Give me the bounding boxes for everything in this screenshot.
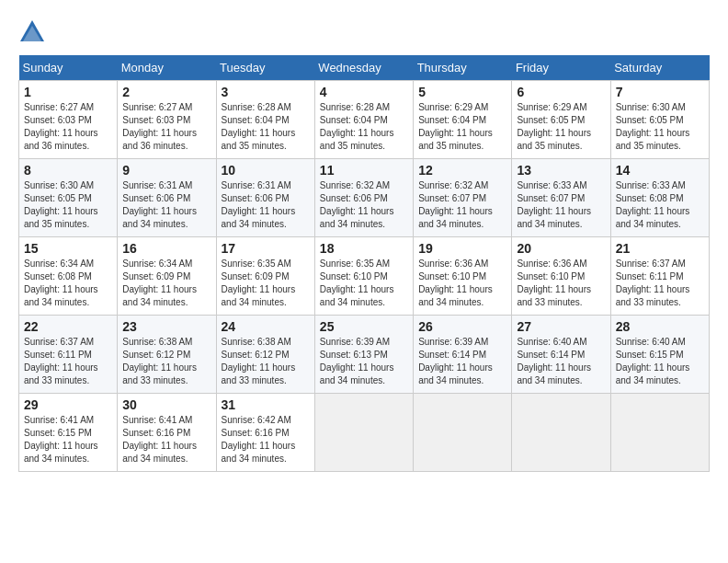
day-number: 31 — [222, 397, 310, 412]
day-cell-1: 1 Sunrise: 6:27 AMSunset: 6:03 PMDayligh… — [19, 81, 118, 159]
day-info: Sunrise: 6:40 AMSunset: 6:14 PMDaylight:… — [517, 337, 591, 385]
day-cell-12: 12 Sunrise: 6:32 AMSunset: 6:07 PMDaylig… — [414, 159, 512, 237]
day-number: 30 — [122, 397, 210, 412]
day-cell-28: 28 Sunrise: 6:40 AMSunset: 6:15 PMDaylig… — [610, 316, 709, 394]
logo-icon — [18, 18, 46, 46]
weekday-header-row: SundayMondayTuesdayWednesdayThursdayFrid… — [19, 55, 710, 81]
day-info: Sunrise: 6:38 AMSunset: 6:12 PMDaylight:… — [122, 337, 197, 385]
day-number: 21 — [616, 241, 704, 256]
day-cell-7: 7 Sunrise: 6:30 AMSunset: 6:05 PMDayligh… — [610, 81, 709, 159]
day-number: 5 — [418, 85, 506, 99]
day-cell-6: 6 Sunrise: 6:29 AMSunset: 6:05 PMDayligh… — [512, 81, 610, 159]
logo — [18, 18, 50, 46]
day-number: 25 — [320, 319, 408, 334]
day-info: Sunrise: 6:41 AMSunset: 6:15 PMDaylight:… — [24, 415, 98, 464]
day-number: 10 — [222, 163, 310, 178]
day-info: Sunrise: 6:39 AMSunset: 6:13 PMDaylight:… — [320, 337, 394, 385]
day-cell-29: 29 Sunrise: 6:41 AMSunset: 6:15 PMDaylig… — [19, 394, 118, 472]
day-cell-9: 9 Sunrise: 6:31 AMSunset: 6:06 PMDayligh… — [118, 159, 216, 237]
day-number: 9 — [122, 163, 210, 178]
day-cell-10: 10 Sunrise: 6:31 AMSunset: 6:06 PMDaylig… — [216, 159, 314, 237]
day-info: Sunrise: 6:30 AMSunset: 6:05 PMDaylight:… — [24, 180, 98, 229]
day-cell-27: 27 Sunrise: 6:40 AMSunset: 6:14 PMDaylig… — [512, 316, 610, 394]
day-cell-8: 8 Sunrise: 6:30 AMSunset: 6:05 PMDayligh… — [19, 159, 118, 237]
day-cell-24: 24 Sunrise: 6:38 AMSunset: 6:12 PMDaylig… — [216, 316, 314, 394]
day-cell-5: 5 Sunrise: 6:29 AMSunset: 6:04 PMDayligh… — [414, 81, 512, 159]
day-cell-13: 13 Sunrise: 6:33 AMSunset: 6:07 PMDaylig… — [512, 159, 610, 237]
day-number: 3 — [222, 85, 310, 99]
week-row-4: 22 Sunrise: 6:37 AMSunset: 6:11 PMDaylig… — [19, 316, 710, 394]
weekday-header-wednesday: Wednesday — [314, 55, 413, 81]
day-number: 12 — [418, 163, 506, 178]
empty-cell — [414, 394, 512, 472]
day-cell-11: 11 Sunrise: 6:32 AMSunset: 6:06 PMDaylig… — [314, 159, 413, 237]
empty-cell — [512, 394, 610, 472]
day-number: 17 — [222, 241, 310, 256]
weekday-header-thursday: Thursday — [414, 55, 512, 81]
day-info: Sunrise: 6:39 AMSunset: 6:14 PMDaylight:… — [418, 337, 493, 385]
week-row-3: 15 Sunrise: 6:34 AMSunset: 6:08 PMDaylig… — [19, 237, 710, 316]
page-header — [18, 18, 710, 46]
day-number: 28 — [616, 319, 704, 334]
day-number: 18 — [320, 241, 408, 256]
day-info: Sunrise: 6:32 AMSunset: 6:06 PMDaylight:… — [320, 180, 394, 229]
day-number: 29 — [24, 397, 112, 412]
day-cell-31: 31 Sunrise: 6:42 AMSunset: 6:16 PMDaylig… — [216, 394, 314, 472]
weekday-header-sunday: Sunday — [19, 55, 118, 81]
day-cell-16: 16 Sunrise: 6:34 AMSunset: 6:09 PMDaylig… — [118, 237, 216, 316]
day-cell-23: 23 Sunrise: 6:38 AMSunset: 6:12 PMDaylig… — [118, 316, 216, 394]
day-cell-19: 19 Sunrise: 6:36 AMSunset: 6:10 PMDaylig… — [414, 237, 512, 316]
weekday-header-saturday: Saturday — [610, 55, 709, 81]
day-info: Sunrise: 6:28 AMSunset: 6:04 PMDaylight:… — [320, 102, 394, 151]
day-cell-22: 22 Sunrise: 6:37 AMSunset: 6:11 PMDaylig… — [19, 316, 118, 394]
day-info: Sunrise: 6:31 AMSunset: 6:06 PMDaylight:… — [122, 180, 197, 229]
day-info: Sunrise: 6:32 AMSunset: 6:07 PMDaylight:… — [418, 180, 493, 229]
weekday-header-friday: Friday — [512, 55, 610, 81]
day-info: Sunrise: 6:34 AMSunset: 6:08 PMDaylight:… — [24, 259, 98, 307]
day-cell-17: 17 Sunrise: 6:35 AMSunset: 6:09 PMDaylig… — [216, 237, 314, 316]
day-cell-14: 14 Sunrise: 6:33 AMSunset: 6:08 PMDaylig… — [610, 159, 709, 237]
day-number: 14 — [616, 163, 704, 178]
week-row-5: 29 Sunrise: 6:41 AMSunset: 6:15 PMDaylig… — [19, 394, 710, 472]
day-cell-30: 30 Sunrise: 6:41 AMSunset: 6:16 PMDaylig… — [118, 394, 216, 472]
day-info: Sunrise: 6:33 AMSunset: 6:08 PMDaylight:… — [616, 180, 690, 229]
empty-cell — [314, 394, 413, 472]
day-number: 27 — [517, 319, 605, 334]
day-info: Sunrise: 6:36 AMSunset: 6:10 PMDaylight:… — [517, 259, 591, 307]
day-info: Sunrise: 6:28 AMSunset: 6:04 PMDaylight:… — [222, 102, 296, 151]
day-number: 1 — [24, 85, 112, 99]
day-info: Sunrise: 6:37 AMSunset: 6:11 PMDaylight:… — [24, 337, 98, 385]
day-number: 6 — [517, 85, 605, 99]
day-number: 13 — [517, 163, 605, 178]
day-cell-3: 3 Sunrise: 6:28 AMSunset: 6:04 PMDayligh… — [216, 81, 314, 159]
day-cell-15: 15 Sunrise: 6:34 AMSunset: 6:08 PMDaylig… — [19, 237, 118, 316]
day-number: 11 — [320, 163, 408, 178]
day-info: Sunrise: 6:27 AMSunset: 6:03 PMDaylight:… — [24, 102, 98, 151]
day-info: Sunrise: 6:33 AMSunset: 6:07 PMDaylight:… — [517, 180, 591, 229]
day-cell-18: 18 Sunrise: 6:35 AMSunset: 6:10 PMDaylig… — [314, 237, 413, 316]
day-info: Sunrise: 6:34 AMSunset: 6:09 PMDaylight:… — [122, 259, 197, 307]
day-number: 22 — [24, 319, 112, 334]
day-info: Sunrise: 6:29 AMSunset: 6:04 PMDaylight:… — [418, 102, 493, 151]
day-info: Sunrise: 6:35 AMSunset: 6:09 PMDaylight:… — [222, 259, 296, 307]
day-number: 8 — [24, 163, 112, 178]
day-info: Sunrise: 6:30 AMSunset: 6:05 PMDaylight:… — [616, 102, 690, 151]
weekday-header-tuesday: Tuesday — [216, 55, 314, 81]
day-info: Sunrise: 6:38 AMSunset: 6:12 PMDaylight:… — [222, 337, 296, 385]
day-number: 15 — [24, 241, 112, 256]
day-number: 16 — [122, 241, 210, 256]
day-number: 20 — [517, 241, 605, 256]
day-number: 2 — [122, 85, 210, 99]
day-number: 24 — [222, 319, 310, 334]
day-number: 19 — [418, 241, 506, 256]
day-info: Sunrise: 6:37 AMSunset: 6:11 PMDaylight:… — [616, 259, 690, 307]
week-row-2: 8 Sunrise: 6:30 AMSunset: 6:05 PMDayligh… — [19, 159, 710, 237]
day-info: Sunrise: 6:27 AMSunset: 6:03 PMDaylight:… — [122, 102, 197, 151]
day-cell-4: 4 Sunrise: 6:28 AMSunset: 6:04 PMDayligh… — [314, 81, 413, 159]
day-info: Sunrise: 6:42 AMSunset: 6:16 PMDaylight:… — [222, 415, 296, 464]
day-cell-26: 26 Sunrise: 6:39 AMSunset: 6:14 PMDaylig… — [414, 316, 512, 394]
week-row-1: 1 Sunrise: 6:27 AMSunset: 6:03 PMDayligh… — [19, 81, 710, 159]
day-info: Sunrise: 6:35 AMSunset: 6:10 PMDaylight:… — [320, 259, 394, 307]
day-cell-21: 21 Sunrise: 6:37 AMSunset: 6:11 PMDaylig… — [610, 237, 709, 316]
day-cell-20: 20 Sunrise: 6:36 AMSunset: 6:10 PMDaylig… — [512, 237, 610, 316]
